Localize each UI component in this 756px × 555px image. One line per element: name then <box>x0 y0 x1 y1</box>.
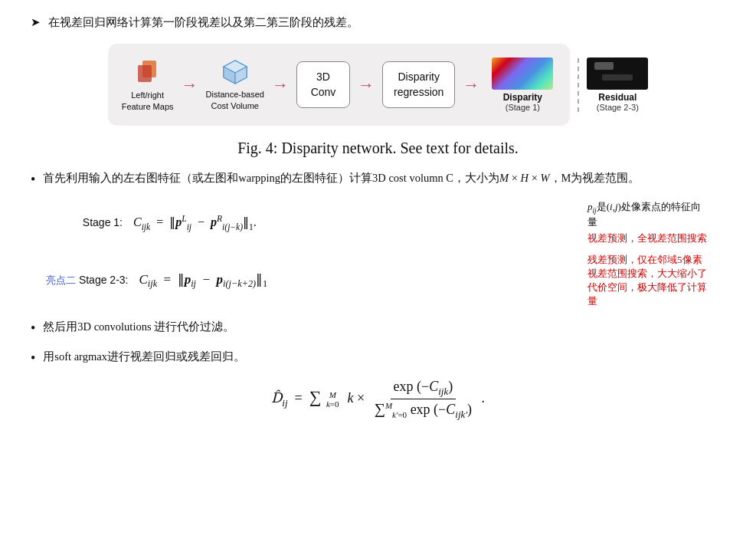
highlight-label: 亮点二 <box>46 274 76 286</box>
equations-block: Stage 1: Cijk = ‖pLij − pRi(j−k)‖1. pij是… <box>31 200 725 309</box>
stage23-eq-row: 亮点二 Stage 2-3: Cijk = ‖pij − pi(j−k+2)‖1… <box>46 253 710 309</box>
arrow1-icon: → <box>182 75 198 95</box>
conv3d-line2: Conv <box>311 86 336 98</box>
stage23-label: 亮点二 Stage 2-3: <box>46 274 129 287</box>
top-text-section: ➤ 在视差回归网络计算第一阶段视差以及第二第三阶段的残差。 <box>31 15 725 30</box>
disparity-image <box>492 57 553 90</box>
cost-volume-box: Distance-basedCost Volume <box>206 58 264 111</box>
disp-reg-line1: Disparity <box>398 71 439 83</box>
residual-image <box>587 57 648 90</box>
disparity-output-box: Disparity (Stage 1) <box>492 57 553 112</box>
disparity-stage-label: (Stage 1) <box>506 103 540 112</box>
formula-sum-top: M <box>329 390 336 399</box>
residual-stage-label: (Stage 2-3) <box>597 103 639 112</box>
fig-caption: Fig. 4: Disparity network. See text for … <box>31 140 725 157</box>
formula-fraction: exp (−Cijk) ∑Mk′=0 exp (−Cijk′) <box>371 379 475 420</box>
disparity-output-label: Disparity <box>503 92 542 103</box>
arrow-icon: ➤ <box>31 15 41 29</box>
dashed-divider <box>578 58 579 112</box>
disp-reg-line2: regression <box>394 86 443 98</box>
stage1-label: Stage 1: <box>46 216 123 228</box>
feature-maps-box: Left/rightFeature Maps <box>122 57 174 112</box>
feature-icon <box>133 57 162 87</box>
formula-sum-sign: ∑ <box>309 387 322 406</box>
formula-period: . <box>482 390 486 406</box>
arrow2-icon: → <box>272 75 289 95</box>
conv3d-box: 3D Conv <box>296 61 350 108</box>
arrow3-icon: → <box>358 75 375 95</box>
bullet1-section: • 首先利用输入的左右图特征（或左图和warpping的左图特征）计算3D co… <box>31 169 725 191</box>
bottom-formula: D̂ij = ∑ M k=0 k × exp (−Cijk) ∑Mk′=0 ex… <box>31 379 725 420</box>
formula-dhat: D̂ <box>271 390 282 406</box>
stage23-annotation: 残差预测，仅在邻域5像素视差范围搜索，大大缩小了代价空间，极大降低了计算量 <box>587 253 710 309</box>
bullet3-section: • 用soft argmax进行视差回归或残差回归。 <box>31 348 725 369</box>
bullet2-text: 然后用3D convolutions 进行代价过滤。 <box>43 318 234 336</box>
conv3d-line1: 3D <box>316 71 330 83</box>
bullet3-item: • 用soft argmax进行视差回归或残差回归。 <box>31 348 725 369</box>
cost-volume-label: Distance-basedCost Volume <box>206 89 264 111</box>
bullet2-item: • 然后用3D convolutions 进行代价过滤。 <box>31 318 725 340</box>
stage1-annotation2: 视差预测，全视差范围搜索 <box>587 232 710 245</box>
top-text-content: 在视差回归网络计算第一阶段视差以及第二第三阶段的残差。 <box>48 15 358 30</box>
formula-sum-bottom: k=0 <box>326 399 339 409</box>
cube-icon <box>221 58 249 86</box>
formula-k: k <box>348 390 354 406</box>
disparity-regression-box: Disparity regression <box>382 61 455 108</box>
bullet2-section: • 然后用3D convolutions 进行代价过滤。 <box>31 318 725 340</box>
bullet2-dot: • <box>31 317 35 340</box>
bullet1-text: 首先利用输入的左右图特征（或左图和warpping的左图特征）计算3D cost… <box>43 169 640 187</box>
formula-denominator: ∑Mk′=0 exp (−Cijk′) <box>371 399 475 421</box>
bullet3-text: 用soft argmax进行视差回归或残差回归。 <box>43 348 245 366</box>
stage1-eq-row: Stage 1: Cijk = ‖pLij − pRi(j−k)‖1. pij是… <box>46 200 710 245</box>
arrow4-icon: → <box>463 75 479 95</box>
stage1-math: Cijk = ‖pLij − pRi(j−k)‖1. <box>133 214 569 232</box>
bullet1-item: • 首先利用输入的左右图特征（或左图和warpping的左图特征）计算3D co… <box>31 169 725 191</box>
stage1-annotation1: pij是(i,j)处像素点的特征向量 <box>587 200 710 230</box>
diagram-container: Left/rightFeature Maps → Distance-basedC… <box>49 44 708 126</box>
diagram-inner: Left/rightFeature Maps → Distance-basedC… <box>108 44 571 126</box>
residual-output-label: Residual <box>598 92 637 103</box>
formula-sum-limits: M k=0 <box>326 390 339 409</box>
bullet3-dot: • <box>31 347 35 369</box>
stage23-math: Cijk = ‖pij − pi(j−k+2)‖1 <box>139 271 570 290</box>
bullet1-dot: • <box>31 169 35 191</box>
svg-rect-1 <box>138 65 152 82</box>
feature-label: Left/rightFeature Maps <box>122 90 174 112</box>
formula-numerator: exp (−Cijk) <box>391 379 457 399</box>
residual-output-box: Residual (Stage 2-3) <box>587 57 648 112</box>
